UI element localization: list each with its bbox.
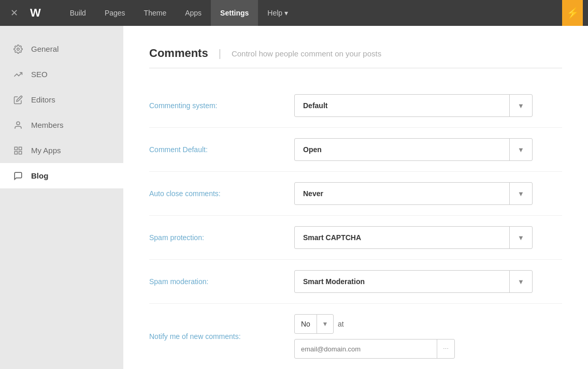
email-input-wrap: ⋯ bbox=[294, 339, 455, 359]
control-spam-moderation: Smart Moderation ▼ bbox=[294, 270, 562, 293]
chevron-down-icon: ▼ bbox=[509, 182, 532, 205]
label-notify: Notify me of new comments: bbox=[149, 332, 294, 341]
upgrade-badge[interactable]: ⚡ bbox=[562, 0, 583, 26]
sidebar-item-members[interactable]: Members bbox=[0, 112, 123, 138]
dropdown-value-spam-protection: Smart CAPTCHA bbox=[295, 233, 509, 242]
svg-rect-4 bbox=[15, 152, 17, 154]
nav-settings[interactable]: Settings bbox=[211, 0, 258, 26]
edit-icon bbox=[12, 94, 24, 105]
header-divider: | bbox=[219, 48, 221, 60]
dropdown-auto-close[interactable]: Never ▼ bbox=[294, 182, 533, 205]
nav-items: Build Pages Theme Apps Settings Help ▾ bbox=[61, 0, 562, 26]
sidebar-label-members: Members bbox=[31, 121, 64, 129]
trending-icon bbox=[12, 69, 24, 80]
page-title: Comments bbox=[149, 47, 208, 60]
chevron-down-icon: ▼ bbox=[509, 226, 532, 249]
control-comment-default: Open ▼ bbox=[294, 138, 562, 161]
svg-rect-2 bbox=[15, 147, 17, 150]
dropdown-comment-default[interactable]: Open ▼ bbox=[294, 138, 533, 161]
sidebar-label-myapps: My Apps bbox=[31, 146, 61, 155]
label-commenting-system: Commenting system: bbox=[149, 101, 294, 110]
label-spam-moderation: Spam moderation: bbox=[149, 277, 294, 286]
svg-point-0 bbox=[17, 48, 20, 51]
dropdown-spam-moderation[interactable]: Smart Moderation ▼ bbox=[294, 270, 533, 293]
control-notify: No ▼ at ⋯ bbox=[294, 314, 562, 359]
form-row-spam-moderation: Spam moderation: Smart Moderation ▼ bbox=[149, 260, 562, 304]
notify-inline: No ▼ at bbox=[294, 314, 562, 334]
form-row-notify: Notify me of new comments: No ▼ at ⋯ bbox=[149, 304, 562, 369]
dropdown-notify[interactable]: No ▼ bbox=[294, 314, 334, 334]
svg-rect-5 bbox=[19, 152, 22, 154]
main-layout: General SEO Editors Mem bbox=[0, 26, 588, 369]
dropdown-spam-protection[interactable]: Smart CAPTCHA ▼ bbox=[294, 226, 533, 249]
logo: W bbox=[26, 6, 45, 20]
dropdown-value-notify: No bbox=[295, 320, 317, 328]
form-row-commenting-system: Commenting system: Default ▼ bbox=[149, 84, 562, 128]
label-comment-default: Comment Default: bbox=[149, 145, 294, 154]
svg-rect-3 bbox=[19, 147, 22, 150]
close-button[interactable]: ✕ bbox=[5, 7, 23, 19]
dropdown-value-comment-default: Open bbox=[295, 145, 509, 154]
chevron-down-icon: ▼ bbox=[509, 270, 532, 293]
form-row-auto-close: Auto close comments: Never ▼ bbox=[149, 172, 562, 216]
form-row-comment-default: Comment Default: Open ▼ bbox=[149, 128, 562, 172]
nav-build[interactable]: Build bbox=[61, 0, 95, 26]
nav-help[interactable]: Help ▾ bbox=[258, 0, 297, 26]
comment-icon bbox=[12, 170, 24, 181]
email-options-button[interactable]: ⋯ bbox=[437, 339, 454, 359]
apps-icon bbox=[12, 145, 24, 156]
sidebar-label-seo: SEO bbox=[31, 70, 48, 79]
sidebar-item-blog[interactable]: Blog bbox=[0, 163, 123, 188]
person-icon bbox=[12, 120, 24, 130]
sidebar: General SEO Editors Mem bbox=[0, 26, 123, 369]
nav-apps[interactable]: Apps bbox=[176, 0, 211, 26]
form-row-spam-protection: Spam protection: Smart CAPTCHA ▼ bbox=[149, 216, 562, 260]
sidebar-label-blog: Blog bbox=[31, 171, 48, 180]
content-area: Comments | Control how people comment on… bbox=[123, 26, 588, 369]
sidebar-label-editors: Editors bbox=[31, 95, 55, 104]
svg-point-1 bbox=[17, 122, 20, 125]
gear-icon bbox=[12, 43, 24, 54]
label-spam-protection: Spam protection: bbox=[149, 233, 294, 242]
nav-theme[interactable]: Theme bbox=[135, 0, 176, 26]
page-subtitle: Control how people comment on your posts bbox=[232, 49, 381, 58]
dropdown-commenting-system[interactable]: Default ▼ bbox=[294, 94, 533, 117]
label-auto-close: Auto close comments: bbox=[149, 189, 294, 198]
control-commenting-system: Default ▼ bbox=[294, 94, 562, 117]
at-text: at bbox=[338, 320, 344, 328]
dropdown-value-commenting-system: Default bbox=[295, 101, 509, 110]
sidebar-item-myapps[interactable]: My Apps bbox=[0, 138, 123, 163]
chevron-down-icon: ▼ bbox=[509, 138, 532, 161]
chevron-down-icon: ▼ bbox=[317, 314, 333, 334]
chevron-down-icon: ▼ bbox=[509, 94, 532, 117]
nav-pages[interactable]: Pages bbox=[95, 0, 135, 26]
top-navigation: ✕ W Build Pages Theme Apps Settings Help… bbox=[0, 0, 588, 26]
sidebar-item-seo[interactable]: SEO bbox=[0, 62, 123, 87]
control-spam-protection: Smart CAPTCHA ▼ bbox=[294, 226, 562, 249]
sidebar-item-editors[interactable]: Editors bbox=[0, 87, 123, 112]
dropdown-value-auto-close: Never bbox=[295, 189, 509, 198]
sidebar-label-general: General bbox=[31, 45, 59, 53]
sidebar-item-general[interactable]: General bbox=[0, 36, 123, 62]
control-auto-close: Never ▼ bbox=[294, 182, 562, 205]
email-input[interactable] bbox=[295, 345, 437, 353]
page-header: Comments | Control how people comment on… bbox=[149, 47, 562, 68]
dropdown-value-spam-moderation: Smart Moderation bbox=[295, 277, 509, 286]
